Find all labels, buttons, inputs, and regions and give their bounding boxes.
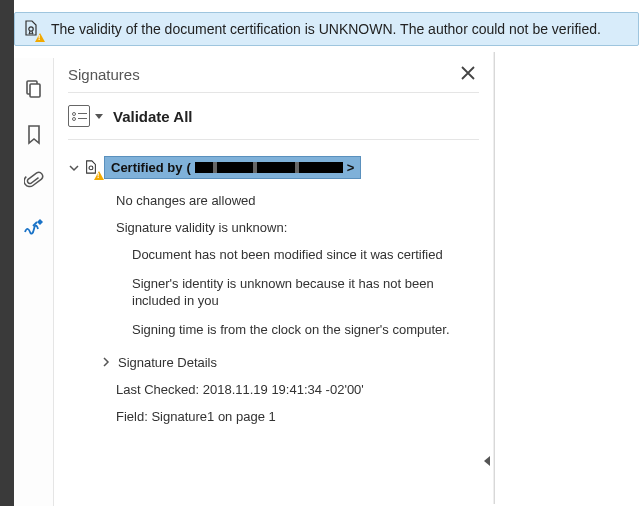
signature-details-label: Signature Details (118, 355, 217, 370)
svg-point-0 (29, 27, 33, 31)
field-text: Field: Signature1 on page 1 (68, 403, 479, 430)
side-rail (14, 58, 54, 506)
signature-details-row[interactable]: Signature Details (68, 349, 479, 376)
no-changes-text: No changes are allowed (68, 187, 479, 214)
validate-options-icon[interactable] (68, 105, 90, 127)
banner-message: The validity of the document certificati… (51, 21, 601, 37)
certified-prefix: Certified by (111, 160, 183, 175)
signing-time-text: Signing time is from the clock on the si… (68, 316, 479, 345)
validity-unknown-text: Signature validity is unknown: (68, 214, 479, 241)
panel-divider (494, 52, 495, 504)
close-icon[interactable] (459, 64, 479, 84)
svg-point-3 (89, 165, 93, 169)
dropdown-caret-icon[interactable] (95, 114, 103, 119)
certificate-warning-icon (23, 20, 41, 38)
signatures-tab-icon[interactable] (21, 214, 47, 240)
signature-entry-row[interactable]: Certified by ( > (68, 156, 479, 179)
chevron-right-icon[interactable] (100, 356, 112, 368)
identity-unknown-text: Signer's identity is unknown because it … (68, 270, 479, 316)
certified-open: ( (187, 160, 191, 175)
signature-certified-by-label[interactable]: Certified by ( > (104, 156, 361, 179)
certified-close: > (347, 160, 355, 175)
app-left-edge (0, 0, 14, 506)
validity-banner: The validity of the document certificati… (14, 12, 639, 46)
last-checked-text: Last Checked: 2018.11.19 19:41:34 -02'00… (68, 376, 479, 403)
attachments-tab-icon[interactable] (21, 168, 47, 194)
signatures-panel: Signatures Validate All (54, 52, 494, 504)
certificate-warning-icon (84, 160, 100, 176)
svg-rect-2 (30, 84, 40, 97)
validate-toolbar: Validate All (68, 93, 479, 140)
signature-tree: Certified by ( > No changes are allowed … (68, 140, 479, 430)
validate-all-button[interactable]: Validate All (113, 108, 192, 125)
collapse-panel-handle[interactable] (480, 454, 494, 468)
chevron-down-icon[interactable] (68, 162, 80, 174)
panel-header: Signatures (68, 64, 479, 93)
panel-title: Signatures (68, 66, 140, 83)
redacted-name (195, 162, 343, 173)
bookmarks-tab-icon[interactable] (21, 122, 47, 148)
thumbnails-tab-icon[interactable] (21, 76, 47, 102)
not-modified-text: Document has not been modified since it … (68, 241, 479, 270)
